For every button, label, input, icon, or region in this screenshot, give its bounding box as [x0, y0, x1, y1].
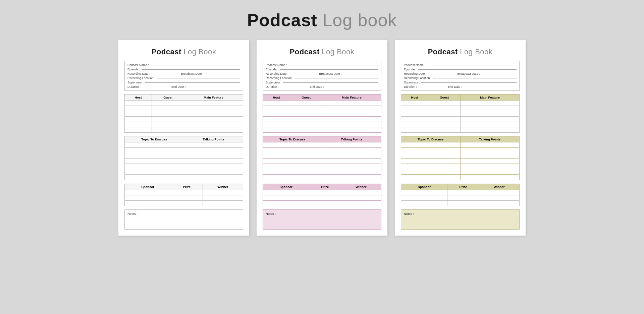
card-title-2: Podcast Log Book: [263, 48, 381, 56]
notes-section-2: Notes :: [263, 209, 381, 230]
winner-header-1: Winner: [203, 184, 243, 190]
main-feature-header-3: Main Feature: [461, 95, 520, 101]
topic-section-2: Topic To Discuss Talking Points: [263, 136, 381, 180]
broadcast-date-label-3: Broadcast Date :: [458, 72, 480, 75]
notes-label-2: Notes :: [266, 212, 276, 215]
sponsor-row: [263, 201, 381, 206]
table-row: [263, 127, 381, 133]
topic-row: [401, 153, 460, 159]
sponsor-header-3: Sponsor: [401, 184, 447, 190]
sponsor-row: [125, 190, 243, 195]
prize-header-2: Prize: [309, 184, 341, 190]
table-row: [263, 101, 381, 106]
talking-row: [184, 159, 243, 164]
sponsor-table-1: Sponsor Prize Winner: [124, 184, 243, 206]
table-row: [263, 122, 381, 127]
notes-label-1: Notes :: [127, 212, 138, 215]
supervisor-label-1: Supervisor :: [127, 81, 144, 84]
logbook-card-3: Podcast Log Book Podcast Name : Episode …: [395, 40, 526, 236]
topic-row: [263, 175, 322, 180]
winner-header-2: Winner: [341, 184, 381, 190]
recording-location-label-2: Recording Location :: [266, 76, 293, 80]
logbook-card-1: Podcast Log Book Podcast Name : Episode …: [118, 40, 249, 236]
duration-label-1: Duration :: [127, 85, 141, 88]
podcast-name-label-2: Podcast Name :: [266, 63, 287, 67]
episode-label-2: Episode :: [266, 68, 278, 71]
talking-row: [322, 159, 381, 164]
main-feature-header-1: Main Feature: [184, 95, 243, 101]
talking-row: [461, 175, 520, 180]
topic-row: [125, 142, 184, 148]
sponsor-row: [263, 195, 381, 201]
hgm-table-1: Host Guest Main Feature: [124, 94, 243, 133]
talking-row: [184, 142, 243, 148]
table-row: [125, 101, 243, 106]
talking-row: [461, 142, 520, 148]
sponsor-header-1: Sponsor: [125, 184, 171, 190]
info-section-1: Podcast Name : Episode : Recording Date …: [124, 61, 243, 91]
topic-row: [401, 159, 460, 164]
topic-row: [401, 164, 460, 169]
table-row: [125, 111, 243, 117]
topic-row: [263, 159, 322, 164]
notes-section-1: Notes :: [124, 209, 243, 230]
main-feature-header-2: Main Feature: [322, 95, 381, 101]
talking-col-1: Talking Points: [184, 136, 243, 180]
sponsor-table-2: Sponsor Prize Winner: [263, 184, 381, 206]
topic-col-2: Topic To Discuss: [263, 136, 322, 180]
hgm-table-3: Host Guest Main Feature: [401, 94, 520, 133]
sponsor-header-2: Sponsor: [263, 184, 309, 190]
topic-row: [125, 164, 184, 169]
table-row: [401, 101, 520, 106]
talking-row: [184, 175, 243, 180]
table-row: [125, 117, 243, 122]
end-date-label-2: End Date :: [310, 85, 324, 88]
talking-row: [461, 153, 520, 159]
topic-row: [401, 169, 460, 175]
sponsor-row: [125, 201, 243, 206]
topic-row: [125, 169, 184, 175]
talking-col-3: Talking Points: [461, 136, 520, 180]
talking-row: [322, 164, 381, 169]
duration-label-3: Duration :: [404, 85, 417, 88]
hgm-table-2: Host Guest Main Feature: [263, 94, 381, 133]
prize-header-1: Prize: [171, 184, 203, 190]
talking-header-2: Talking Points: [322, 136, 381, 142]
broadcast-date-label-1: Broadcast Date :: [181, 72, 204, 75]
talking-header-1: Talking Points: [184, 136, 243, 142]
table-row: [125, 127, 243, 133]
table-row: [263, 106, 381, 111]
sponsor-row: [125, 195, 243, 201]
table-row: [401, 106, 520, 111]
end-date-label-1: End Date :: [171, 85, 186, 88]
table-row: [401, 111, 520, 117]
table-row: [125, 106, 243, 111]
recording-location-label-3: Recording Location :: [404, 76, 432, 80]
topic-row: [125, 159, 184, 164]
talking-row: [461, 164, 520, 169]
talking-row: [184, 164, 243, 169]
sponsor-row: [401, 195, 520, 201]
topic-header-3: Topic To Discuss: [401, 136, 460, 142]
logbook-card-2: Podcast Log Book Podcast Name : Episode …: [257, 40, 387, 236]
topic-row: [263, 148, 322, 153]
host-header-3: Host: [401, 95, 428, 101]
sponsor-row: [401, 190, 520, 195]
podcast-name-label-3: Podcast Name :: [404, 63, 425, 67]
guest-header-2: Guest: [290, 95, 322, 101]
recording-date-label-2: Recording Date :: [266, 72, 288, 75]
recording-location-label-1: Recording Location :: [127, 76, 155, 80]
topic-header-2: Topic To Discuss: [263, 136, 322, 142]
recording-date-label-1: Recording Date :: [127, 72, 150, 75]
page-title: Podcast Log book: [247, 10, 397, 30]
topic-row: [125, 153, 184, 159]
table-row: [263, 111, 381, 117]
host-header-2: Host: [263, 95, 290, 101]
topic-section-3: Topic To Discuss Talking Points: [401, 136, 520, 180]
sponsor-table-3: Sponsor Prize Winner: [401, 184, 520, 206]
info-section-2: Podcast Name : Episode : Recording Date …: [263, 61, 381, 91]
topic-row: [125, 175, 184, 180]
topic-row: [401, 142, 460, 148]
guest-header-1: Guest: [152, 95, 184, 101]
talking-row: [461, 169, 520, 175]
